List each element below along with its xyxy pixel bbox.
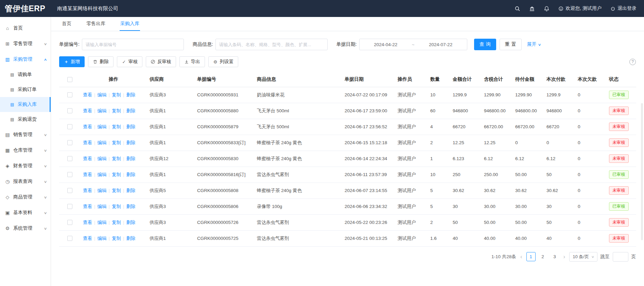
date-to-value[interactable]: 2024-07-22	[429, 42, 452, 47]
row-action-edit[interactable]: 编辑	[98, 172, 107, 177]
row-action-delete[interactable]: 删除	[126, 172, 136, 177]
row-action-edit[interactable]: 编辑	[98, 108, 107, 113]
row-checkbox[interactable]	[67, 236, 72, 241]
bank-icon[interactable]	[529, 6, 535, 12]
row-action-view[interactable]: 查看	[83, 204, 92, 209]
sidebar-item-system[interactable]: ⚙系统管理∨	[0, 221, 51, 236]
column-header-7: 金额合计	[450, 72, 481, 87]
sidebar-item-retail[interactable]: ⊞零售管理∨	[0, 36, 51, 52]
row-action-copy[interactable]: 复制	[112, 172, 121, 177]
row-action-view[interactable]: 查看	[83, 188, 92, 193]
row-action-view[interactable]: 查看	[83, 92, 92, 97]
row-action-view[interactable]: 查看	[83, 172, 92, 177]
page-button-1[interactable]: 1	[526, 252, 536, 261]
sidebar-item-report[interactable]: ◷报表查询∨	[0, 174, 51, 189]
row-checkbox[interactable]	[67, 124, 72, 129]
row-action-delete[interactable]: 删除	[126, 108, 136, 113]
row-action-edit[interactable]: 编辑	[98, 124, 107, 129]
row-action-delete[interactable]: 删除	[126, 140, 136, 145]
row-action-edit[interactable]: 编辑	[98, 92, 107, 97]
row-action-delete[interactable]: 删除	[126, 124, 136, 129]
row-action-edit[interactable]: 编辑	[98, 140, 107, 145]
jump-page-input[interactable]	[613, 252, 628, 262]
column-settings-button[interactable]: ⚙列设置	[208, 56, 239, 67]
row-action-view[interactable]: 查看	[83, 220, 92, 225]
row-action-delete[interactable]: 删除	[126, 156, 136, 161]
date-from-value[interactable]: 2024-04-22	[374, 42, 397, 47]
sidebar-subitem-purchase-order[interactable]: ▤采购订单	[0, 82, 51, 97]
row-checkbox[interactable]	[67, 220, 72, 225]
row-action-view[interactable]: 查看	[83, 156, 92, 161]
row-checkbox[interactable]	[67, 172, 72, 177]
date-separator: ~	[412, 42, 415, 47]
action-separator: |	[109, 140, 110, 145]
tab-retail-outbound[interactable]: 零售出库	[86, 17, 106, 31]
sidebar-item-sales[interactable]: ▤销售管理∨	[0, 127, 51, 142]
select-all-checkbox[interactable]	[67, 77, 72, 82]
row-action-copy[interactable]: 复制	[112, 236, 121, 241]
row-checkbox[interactable]	[67, 188, 72, 193]
sidebar-item-purchase[interactable]: ▥采购管理∧	[0, 52, 51, 67]
sidebar-subitem-purchase-inbound[interactable]: ▤采购入库	[0, 97, 51, 112]
cell-supplier: 供应商12	[147, 151, 194, 167]
row-checkbox[interactable]	[67, 92, 72, 97]
row-action-copy[interactable]: 复制	[112, 92, 121, 97]
row-action-delete[interactable]: 删除	[126, 204, 136, 209]
row-action-copy[interactable]: 复制	[112, 124, 121, 129]
page-button-2[interactable]: 2	[538, 252, 547, 261]
vertical-scrollbar[interactable]	[641, 103, 643, 240]
reset-button[interactable]: 重置	[500, 39, 522, 50]
row-action-delete[interactable]: 删除	[126, 188, 136, 193]
date-range-picker[interactable]: 2024-04-22 ~ 2024-07-22	[359, 39, 467, 50]
row-action-copy[interactable]: 复制	[112, 108, 121, 113]
bill-no-input[interactable]	[82, 39, 184, 50]
row-action-edit[interactable]: 编辑	[98, 204, 107, 209]
bell-icon[interactable]	[544, 6, 550, 12]
audit-button[interactable]: ✓审核	[117, 56, 142, 67]
sidebar-subitem-purchase-return[interactable]: ▤采购退货	[0, 112, 51, 127]
sidebar-item-basedata[interactable]: ▣基本资料∨	[0, 205, 51, 221]
logout-button[interactable]: 退出登录	[610, 5, 637, 12]
search-icon[interactable]	[515, 6, 520, 12]
sidebar-item-finance[interactable]: ◈财务管理∨	[0, 158, 51, 174]
next-page-button[interactable]: ›	[562, 253, 567, 260]
row-action-delete[interactable]: 删除	[126, 236, 136, 241]
row-checkbox[interactable]	[67, 108, 72, 113]
row-checkbox[interactable]	[67, 204, 72, 209]
page-size-select[interactable]: 10 条/页 ∨	[569, 252, 597, 262]
expand-toggle[interactable]: 展开 ∨	[527, 41, 541, 47]
row-action-edit[interactable]: 编辑	[98, 236, 107, 241]
search-button[interactable]: 查询	[474, 39, 496, 50]
add-button[interactable]: ＋新增	[59, 56, 85, 67]
tab-purchase-inbound[interactable]: 采购入库	[120, 17, 140, 31]
help-icon[interactable]: ?	[629, 59, 636, 65]
row-action-view[interactable]: 查看	[83, 236, 92, 241]
row-action-view[interactable]: 查看	[83, 140, 92, 145]
product-info-input[interactable]	[215, 39, 328, 50]
row-action-view[interactable]: 查看	[83, 108, 92, 113]
row-action-copy[interactable]: 复制	[112, 140, 121, 145]
export-button[interactable]: 导出	[179, 56, 205, 67]
row-checkbox[interactable]	[67, 140, 72, 145]
row-action-copy[interactable]: 复制	[112, 156, 121, 161]
sidebar-subitem-purchase-request[interactable]: ▤请购单	[0, 67, 51, 82]
row-action-edit[interactable]: 编辑	[98, 220, 107, 225]
sidebar-item-warehouse[interactable]: ▦仓库管理∨	[0, 142, 51, 158]
row-action-edit[interactable]: 编辑	[98, 188, 107, 193]
row-action-copy[interactable]: 复制	[112, 204, 121, 209]
row-checkbox[interactable]	[67, 156, 72, 161]
page-button-3[interactable]: 3	[550, 252, 559, 261]
sidebar-item-goods[interactable]: ◇商品管理∨	[0, 189, 51, 205]
table-row: 查看|编辑|复制|删除供应商1CGRK00000005725雷达杀虫气雾剂202…	[59, 230, 636, 246]
prev-page-button[interactable]: ‹	[519, 253, 523, 260]
row-action-edit[interactable]: 编辑	[98, 156, 107, 161]
sidebar-item-home[interactable]: ⌂首页	[0, 20, 51, 36]
unaudit-button[interactable]: 反审核	[146, 56, 176, 67]
delete-button[interactable]: 删除	[88, 56, 114, 67]
row-action-copy[interactable]: 复制	[112, 220, 121, 225]
row-action-view[interactable]: 查看	[83, 124, 92, 129]
row-action-copy[interactable]: 复制	[112, 188, 121, 193]
row-action-delete[interactable]: 删除	[126, 220, 136, 225]
row-action-delete[interactable]: 删除	[126, 92, 136, 97]
tab-home[interactable]: 首页	[61, 17, 72, 31]
